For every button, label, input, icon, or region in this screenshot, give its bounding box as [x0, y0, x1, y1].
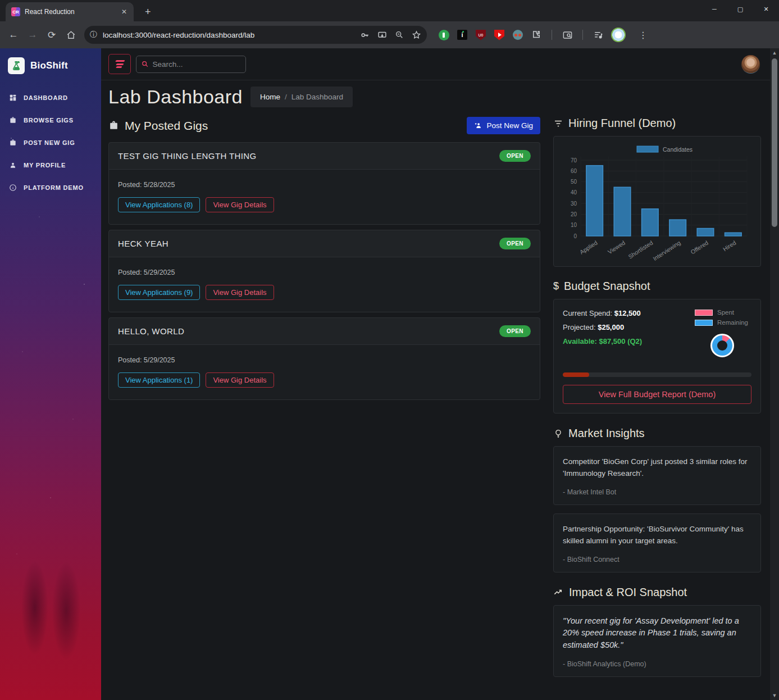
youtube-enhancer-icon[interactable]: [494, 29, 505, 40]
svg-text:40: 40: [571, 189, 577, 196]
breadcrumb-home-link[interactable]: Home: [260, 93, 280, 101]
toolbar-separator: [552, 30, 552, 40]
cast-icon[interactable]: [377, 30, 387, 40]
svg-text:Shortlisted: Shortlisted: [627, 239, 654, 260]
tab-favicon: CR: [11, 7, 20, 16]
view-gig-details-button[interactable]: View Gig Details: [206, 285, 274, 300]
sidebar-item-platform-demo[interactable]: PLATFORM DEMO: [0, 176, 101, 199]
gig-title: HELLO, WORLD: [118, 326, 184, 336]
home-icon[interactable]: [62, 26, 80, 44]
scroll-up-arrow[interactable]: ▲: [770, 48, 779, 57]
current-spend: Current Spend: $12,500: [563, 309, 642, 317]
info-icon: [9, 184, 17, 192]
widgets-column: Hiring Funnel (Demo) 010203040506070Appl…: [553, 117, 761, 685]
trending-up-icon: [553, 587, 564, 598]
page-scrollbar[interactable]: ▲ ▼: [770, 48, 779, 700]
svg-text:Offered: Offered: [689, 239, 709, 256]
person-icon: [9, 161, 17, 169]
insight-source: - Market Intel Bot: [563, 488, 751, 496]
sidebar: BioShift DASHBOARD BROWSE GIGS POST NEW …: [0, 48, 101, 700]
back-icon[interactable]: ←: [4, 26, 22, 44]
legend-swatch-remaining: [695, 320, 713, 326]
view-applications-button[interactable]: View Applications (8): [118, 197, 200, 212]
toolbar-separator: [582, 30, 583, 40]
svg-text:Interviewing: Interviewing: [652, 239, 682, 262]
media-controls-icon[interactable]: [593, 29, 604, 40]
sidebar-item-dashboard[interactable]: DASHBOARD: [0, 87, 101, 109]
briefcase-icon: [108, 120, 119, 131]
forward-icon[interactable]: →: [24, 26, 42, 44]
search-box[interactable]: [136, 56, 246, 73]
scroll-down-arrow[interactable]: ▼: [770, 691, 779, 700]
funnel-icon: [553, 119, 563, 129]
scrollbar-thumb[interactable]: [772, 58, 777, 227]
browser-tab[interactable]: CR React Reduction ✕: [6, 2, 134, 21]
post-new-gig-button[interactable]: Post New Gig: [467, 117, 540, 134]
search-tabs-icon[interactable]: [562, 29, 573, 40]
svg-text:10: 10: [571, 222, 577, 228]
sidebar-toggle-button[interactable]: [108, 54, 131, 74]
view-budget-report-button[interactable]: View Full Budget Report (Demo): [563, 385, 751, 404]
briefcase-icon: [9, 139, 17, 147]
password-key-icon[interactable]: [360, 30, 370, 40]
pushbullet-icon[interactable]: [438, 29, 449, 40]
svg-text:30: 30: [571, 201, 577, 207]
app-window: BioShift DASHBOARD BROWSE GIGS POST NEW …: [0, 48, 779, 700]
impact-roi-card: "Your recent gig for 'Assay Development'…: [553, 605, 761, 677]
dashboard-icon: [9, 94, 17, 102]
legend-spent: Spent: [695, 309, 734, 316]
insight-card: Competitor 'BioGen Corp' just posted 3 s…: [553, 446, 761, 505]
search-input[interactable]: [152, 60, 240, 69]
breadcrumb: Home / Lab Dashboard: [250, 87, 353, 107]
gig-title: TEST GIG THING LENGTH THING: [118, 151, 257, 161]
main-area: Lab Dashboard Home / Lab Dashboard My Po…: [101, 48, 779, 700]
status-badge: OPEN: [499, 238, 531, 249]
maximize-button[interactable]: ▢: [727, 0, 753, 18]
improve-youtube-icon[interactable]: i: [457, 29, 468, 40]
tab-close-icon[interactable]: ✕: [119, 7, 129, 17]
close-button[interactable]: ✕: [753, 0, 779, 18]
breadcrumb-current: Lab Dashboard: [291, 93, 343, 101]
svg-text:Candidates: Candidates: [663, 146, 693, 153]
sidebar-item-browse-gigs[interactable]: BROWSE GIGS: [0, 109, 101, 131]
bookmark-star-icon[interactable]: [412, 30, 421, 40]
svg-text:Hired: Hired: [722, 239, 737, 253]
sidebar-item-my-profile[interactable]: MY PROFILE: [0, 154, 101, 176]
url-text: localhost:3000/react-reduction/dashboard…: [103, 31, 356, 39]
site-info-icon[interactable]: ⓘ: [90, 30, 97, 40]
new-tab-button[interactable]: +: [142, 6, 154, 21]
hiring-funnel-chart: 010203040506070AppliedViewedShortlistedI…: [553, 136, 761, 267]
view-applications-button[interactable]: View Applications (9): [118, 285, 200, 300]
view-gig-details-button[interactable]: View Gig Details: [206, 197, 274, 212]
zoom-icon[interactable]: [395, 30, 404, 39]
donut-chart: [710, 334, 734, 357]
gig-posted-date: Posted: 5/29/2025: [118, 356, 531, 364]
impact-roi-heading: Impact & ROI Snapshot: [569, 586, 687, 599]
extensions-puzzle-icon[interactable]: [531, 29, 542, 40]
reload-icon[interactable]: ⟳: [43, 26, 61, 44]
insight-card: Partnership Opportunity: 'BioSurvivor Co…: [553, 513, 761, 572]
svg-text:Viewed: Viewed: [607, 239, 626, 256]
insight-source: - BioShift Connect: [563, 556, 751, 563]
address-bar[interactable]: ⓘ localhost:3000/react-reduction/dashboa…: [84, 26, 427, 44]
svg-text:Applied: Applied: [578, 239, 599, 256]
gig-posted-date: Posted: 5/29/2025: [118, 269, 531, 276]
user-avatar[interactable]: [741, 55, 760, 74]
budget-snapshot-card: Current Spend: $12,500 Projected: $25,00…: [553, 299, 761, 413]
robot-extension-icon[interactable]: [512, 29, 523, 40]
page-title: Lab Dashboard: [108, 86, 243, 108]
market-insights-heading: Market Insights: [568, 427, 645, 440]
budget-progress-bar: [563, 372, 751, 377]
view-applications-button[interactable]: View Applications (1): [118, 372, 200, 388]
projected-spend: Projected: $25,000: [563, 323, 642, 331]
ublock-origin-icon[interactable]: U0: [475, 29, 486, 40]
gig-card: HELLO, WORLD OPEN Posted: 5/29/2025 View…: [108, 317, 540, 400]
sidebar-item-post-new-gig[interactable]: POST NEW GIG: [0, 131, 101, 154]
brand[interactable]: BioShift: [0, 48, 101, 87]
browser-profile-avatar[interactable]: [611, 28, 626, 42]
browser-menu-icon[interactable]: ⋮: [633, 30, 653, 40]
view-gig-details-button[interactable]: View Gig Details: [206, 372, 274, 388]
hiring-funnel-heading: Hiring Funnel (Demo): [568, 117, 676, 130]
minimize-button[interactable]: ─: [701, 0, 727, 18]
status-badge: OPEN: [499, 325, 531, 337]
